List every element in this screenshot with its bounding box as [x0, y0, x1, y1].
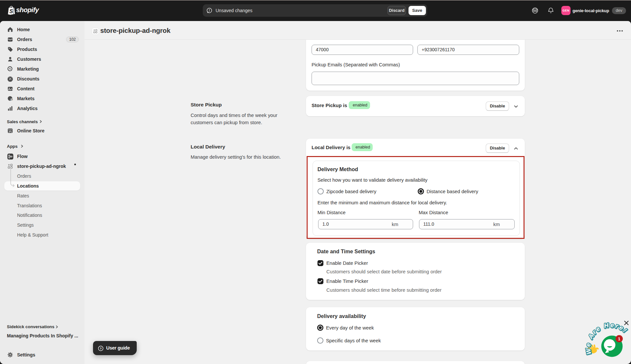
svg-text:1: 1: [618, 337, 620, 341]
svg-text:$: $: [11, 98, 12, 102]
svg-text:?: ?: [100, 347, 102, 350]
svg-text:S: S: [10, 8, 13, 14]
